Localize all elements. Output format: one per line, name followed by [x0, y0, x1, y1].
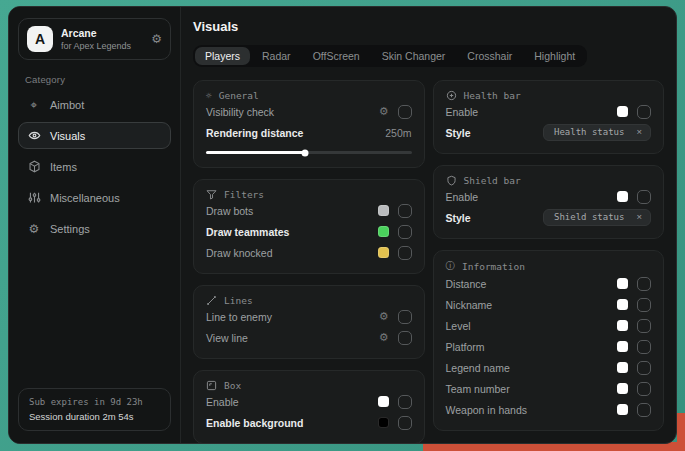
team-number-checkbox[interactable]: [637, 382, 651, 396]
draw-teammates-checkbox[interactable]: [398, 225, 412, 239]
tab-highlight[interactable]: Highlight: [524, 47, 585, 65]
right-column: Health bar Enable Style H: [433, 80, 665, 431]
sliders-icon: [27, 191, 41, 204]
visibility-check-checkbox[interactable]: [398, 105, 412, 119]
cube-icon: [27, 160, 41, 173]
slider-thumb[interactable]: [301, 149, 308, 156]
color-swatch[interactable]: [617, 106, 628, 117]
box-enable-background-checkbox[interactable]: [398, 416, 412, 430]
sidebar-item-label: Aimbot: [50, 99, 84, 111]
app-header-card: A Arcane for Apex Legends ⚙: [18, 18, 171, 60]
row-shield-style: Style Shield status ×: [446, 207, 652, 228]
row-rendering-distance: Rendering distance 250m: [206, 122, 412, 143]
weapon-in-hands-checkbox[interactable]: [637, 403, 651, 417]
row-health-style: Style Health status ×: [446, 122, 652, 143]
row-label: Legend name: [446, 362, 510, 374]
tab-radar[interactable]: Radar: [252, 47, 301, 65]
health-enable-checkbox[interactable]: [637, 105, 651, 119]
color-swatch[interactable]: [378, 396, 389, 407]
line-icon: [206, 295, 217, 306]
panel-title: General: [219, 90, 259, 101]
row-view-line: View line ⚙: [206, 327, 412, 348]
row-label: Enable background: [206, 417, 303, 429]
close-icon[interactable]: ×: [636, 212, 642, 222]
panel-title: Information: [462, 261, 525, 272]
color-swatch[interactable]: [617, 362, 628, 373]
row-shield-enable: Enable: [446, 186, 652, 207]
color-swatch[interactable]: [617, 404, 628, 415]
box-enable-checkbox[interactable]: [398, 395, 412, 409]
sidebar-item-miscellaneous[interactable]: Miscellaneous: [18, 184, 171, 211]
row-label: Enable: [446, 191, 479, 203]
color-swatch[interactable]: [617, 278, 628, 289]
color-swatch[interactable]: [617, 383, 628, 394]
row-label: Level: [446, 320, 471, 332]
rendering-distance-slider[interactable]: [206, 151, 412, 154]
health-style-select[interactable]: Health status ×: [543, 124, 651, 141]
color-swatch[interactable]: [378, 247, 389, 258]
row-label: Style: [446, 127, 471, 139]
row-label: View line: [206, 332, 248, 344]
row-label: Draw knocked: [206, 247, 273, 259]
color-swatch[interactable]: [378, 205, 389, 216]
keybind-gear-icon[interactable]: ⚙: [379, 106, 389, 117]
row-label: Distance: [446, 278, 487, 290]
tab-crosshair[interactable]: Crosshair: [457, 47, 522, 65]
sidebar-nav: ⌖ Aimbot Visuals: [18, 91, 171, 242]
tab-skin-changer[interactable]: Skin Changer: [372, 47, 456, 65]
distance-checkbox[interactable]: [637, 277, 651, 291]
row-label: Team number: [446, 383, 510, 395]
row-draw-teammates: Draw teammates: [206, 221, 412, 242]
info-icon: ⓘ: [446, 260, 456, 273]
tab-players[interactable]: Players: [195, 47, 250, 65]
app-name: Arcane: [61, 27, 143, 39]
platform-checkbox[interactable]: [637, 340, 651, 354]
left-column: ☼ General Visibility check ⚙ Rendering d…: [193, 80, 425, 443]
sidebar-item-label: Visuals: [50, 130, 85, 142]
keybind-gear-icon[interactable]: ⚙: [379, 311, 389, 322]
health-icon: [446, 90, 457, 101]
keybind-gear-icon[interactable]: ⚙: [379, 332, 389, 343]
sidebar-item-visuals[interactable]: Visuals: [18, 122, 171, 149]
row-box-enable: Enable: [206, 391, 412, 412]
row-label: Line to enemy: [206, 311, 272, 323]
settings-gear-icon[interactable]: ⚙: [151, 32, 162, 46]
legend-name-checkbox[interactable]: [637, 361, 651, 375]
color-swatch[interactable]: [378, 226, 389, 237]
panel-general: ☼ General Visibility check ⚙ Rendering d…: [193, 80, 425, 168]
sub-expiry-text: Sub expires in 9d 23h: [29, 397, 160, 407]
shield-enable-checkbox[interactable]: [637, 190, 651, 204]
row-label: Draw teammates: [206, 226, 289, 238]
panel-title: Shield bar: [464, 175, 521, 186]
nickname-checkbox[interactable]: [637, 298, 651, 312]
category-label: Category: [25, 74, 171, 85]
tab-offscreen[interactable]: OffScreen: [303, 47, 370, 65]
sidebar-item-settings[interactable]: ⚙ Settings: [18, 215, 171, 242]
panel-health-bar: Health bar Enable Style H: [433, 80, 665, 154]
color-swatch[interactable]: [617, 191, 628, 202]
app-title-block: Arcane for Apex Legends: [61, 27, 143, 51]
row-label: Rendering distance: [206, 127, 303, 139]
shield-style-select[interactable]: Shield status ×: [543, 209, 651, 226]
color-swatch[interactable]: [617, 320, 628, 331]
sidebar-item-aimbot[interactable]: ⌖ Aimbot: [18, 91, 171, 118]
draw-bots-checkbox[interactable]: [398, 204, 412, 218]
color-swatch[interactable]: [617, 299, 628, 310]
color-swatch[interactable]: [617, 341, 628, 352]
panel-title: Box: [224, 380, 241, 391]
row-label: Platform: [446, 341, 485, 353]
row-line-to-enemy: Line to enemy ⚙: [206, 306, 412, 327]
panel-lines: Lines Line to enemy ⚙ View line: [193, 285, 425, 359]
row-weapon-in-hands: Weapon in hands: [446, 399, 652, 420]
close-icon[interactable]: ×: [636, 127, 642, 137]
line-to-enemy-checkbox[interactable]: [398, 310, 412, 324]
sidebar-item-items[interactable]: Items: [18, 153, 171, 180]
draw-knocked-checkbox[interactable]: [398, 246, 412, 260]
box-icon: [206, 380, 217, 391]
view-line-checkbox[interactable]: [398, 331, 412, 345]
backdrop-red-edge: [677, 413, 685, 451]
row-health-enable: Enable: [446, 101, 652, 122]
level-checkbox[interactable]: [637, 319, 651, 333]
color-swatch[interactable]: [378, 417, 389, 428]
select-value: Health status: [554, 127, 624, 137]
